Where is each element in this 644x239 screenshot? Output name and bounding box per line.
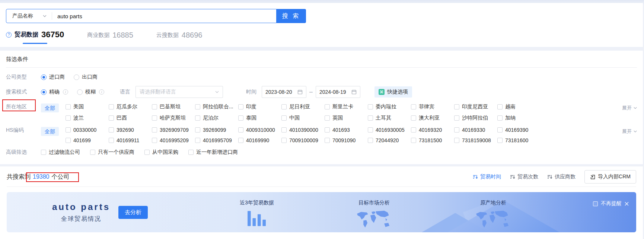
region-checkbox[interactable]: 巴基斯坦 (152, 103, 195, 110)
advanced-checkbox[interactable]: 从中国采购 (144, 149, 178, 156)
region-checkbox[interactable]: 泰国 (238, 115, 281, 121)
radio-importer[interactable]: 进口商 (41, 74, 65, 80)
hs-checkbox[interactable]: 73181600 (497, 137, 541, 143)
radio-exact[interactable]: 精确 (41, 89, 68, 95)
checkbox-icon (66, 104, 71, 109)
hs-checkbox[interactable]: 39269099 (195, 127, 238, 133)
region-checkbox[interactable]: 越南 (497, 103, 541, 110)
divider (6, 67, 637, 68)
import-crm-label: 导入内部CRM (598, 173, 631, 180)
tab-cloud-data[interactable]: 云搜数据 48696 (156, 31, 203, 44)
checkbox-icon (325, 138, 330, 143)
checkbox-label: 巴西 (117, 115, 127, 121)
hs-checkbox[interactable]: 7009100009 (281, 137, 325, 143)
hs-checkbox[interactable]: 3926909709 (152, 127, 195, 133)
hs-checkbox[interactable]: 401693 (325, 127, 368, 133)
tab-business-data[interactable]: 商业数据 16885 (87, 31, 133, 44)
region-checkbox[interactable]: 波兰 (66, 115, 109, 121)
info-icon[interactable] (63, 89, 68, 95)
sort-supplier-count[interactable]: 供应商数 (547, 173, 576, 180)
language-select[interactable]: 请选择翻译语言 (136, 86, 223, 98)
checkbox-label: 4016995709 (203, 137, 232, 143)
date-end-input[interactable]: 2024-08-19 (316, 86, 360, 98)
region-checkbox[interactable]: 巴西 (109, 115, 152, 121)
radio-fuzzy[interactable]: 模糊 (77, 89, 104, 95)
hs-checkbox[interactable]: 40169390 (497, 127, 541, 133)
search-input[interactable]: auto parts (52, 9, 276, 23)
hs-checkbox[interactable]: 7318159008 (454, 137, 497, 143)
search-bar: 产品名称 auto parts 搜 索 (6, 9, 306, 23)
hs-checkbox[interactable]: 4010390000 (281, 127, 325, 133)
region-checkbox[interactable]: 厄瓜多尔 (109, 103, 152, 110)
hs-all-button[interactable]: 全部 (41, 127, 59, 136)
sort-trade-time[interactable]: 贸易时间 (473, 173, 501, 180)
radio-label: 模糊 (85, 89, 96, 95)
checkbox-label: 英国 (332, 115, 343, 121)
feature-origin-analysis[interactable]: 原产地分析 (452, 200, 534, 230)
world-map-icon (353, 210, 395, 230)
dismiss-checkbox[interactable] (593, 201, 598, 206)
hs-checkbox[interactable]: 73181500 (411, 137, 454, 143)
search-button[interactable]: 搜 索 (276, 9, 306, 23)
hs-checkbox[interactable]: 72044920 (368, 137, 411, 143)
region-checkbox[interactable]: 阿拉伯联合... (195, 103, 238, 110)
dismiss-control[interactable]: 不再提醒 (593, 200, 629, 207)
close-icon[interactable] (625, 202, 629, 206)
region-all-button[interactable]: 全部 (41, 103, 59, 112)
hs-checkbox[interactable]: 4016995709 (195, 137, 238, 143)
region-checkbox[interactable]: 中国 (281, 115, 325, 121)
checkbox-label: 4016930005 (376, 127, 405, 133)
quick-options-button[interactable]: 快捷选项 (374, 86, 412, 98)
hs-checkbox[interactable]: 4009310000 (238, 127, 281, 133)
region-checkbox[interactable]: 尼泊尔 (195, 115, 238, 121)
region-checkbox[interactable]: 加纳 (497, 115, 541, 121)
analyze-button[interactable]: 去分析 (118, 206, 148, 219)
region-checkbox[interactable]: 美国 (66, 103, 109, 110)
region-checkbox[interactable]: 哈萨克斯坦 (152, 115, 195, 121)
sort-label: 供应商数 (555, 173, 576, 180)
hs-checkbox[interactable]: 392690 (109, 127, 152, 133)
advanced-filter-row: 高级筛选 过滤物流公司 只有一个供应商 从中国采购 近一年新增进口商 (6, 149, 637, 156)
checkbox-icon (238, 104, 243, 109)
hs-expand-link[interactable]: 展开 (622, 127, 637, 135)
search-category-dropdown[interactable]: 产品名称 (6, 9, 52, 23)
region-checkbox[interactable]: 尼日利亚 (281, 103, 325, 110)
sort-trade-count[interactable]: 贸易次数 (510, 173, 538, 180)
feature-target-market[interactable]: 目标市场分析 (333, 200, 415, 230)
radio-exporter[interactable]: 出口商 (74, 74, 98, 80)
hs-checkbox[interactable]: 40169320 (411, 127, 454, 133)
date-start-input[interactable]: 2023-08-20 (262, 86, 306, 98)
company-type-label: 公司类型 (6, 74, 41, 80)
region-checkbox[interactable]: 沙特阿拉伯 (454, 115, 497, 121)
checkbox-label: 厄瓜多尔 (117, 103, 137, 110)
hs-checkbox[interactable]: 00330000 (66, 127, 109, 133)
hs-checkbox[interactable]: 40169911 (109, 137, 152, 143)
region-checkbox[interactable]: 土耳其 (368, 115, 411, 121)
hs-checkbox[interactable]: 4016995209 (152, 137, 195, 143)
checkbox-icon (195, 104, 200, 109)
region-checkbox[interactable]: 斯里兰卡 (325, 103, 368, 110)
hs-checkbox[interactable]: 40169990 (238, 137, 281, 143)
tab-trade-data[interactable]: 贸易数据 36750 (6, 30, 64, 44)
advanced-checkbox[interactable]: 过滤物流公司 (41, 149, 80, 156)
region-checkbox[interactable]: 澳大利亚 (411, 115, 454, 121)
advanced-checkbox[interactable]: 近一年新增进口商 (188, 149, 238, 156)
region-checkbox[interactable]: 菲律宾 (411, 103, 454, 110)
region-expand-link[interactable]: 展开 (622, 103, 637, 111)
hs-checkbox[interactable]: 4016930005 (368, 127, 411, 133)
region-checkbox[interactable]: 印度 (238, 103, 281, 110)
hs-checkbox[interactable]: 401699 (66, 137, 109, 143)
region-checkbox[interactable]: 委内瑞拉 (368, 103, 411, 110)
checkbox-label: 只有一个供应商 (98, 149, 134, 156)
hs-checkbox[interactable]: 40169330 (454, 127, 497, 133)
feature-trade-data[interactable]: 近3年贸易数据 (216, 200, 298, 227)
advanced-checkbox[interactable]: 只有一个供应商 (90, 149, 134, 156)
hs-checkbox[interactable]: 70091090 (325, 137, 368, 143)
region-checkbox[interactable]: 英国 (325, 115, 368, 121)
advanced-filter-label: 高级筛选 (6, 149, 41, 156)
info-icon[interactable] (99, 89, 104, 95)
import-crm-button[interactable]: 导入内部CRM (584, 170, 636, 184)
checkbox-label: 过滤物流公司 (49, 149, 80, 156)
region-checkbox[interactable]: 印度尼西亚 (454, 103, 497, 110)
checkbox-label: 阿拉伯联合... (203, 103, 233, 110)
